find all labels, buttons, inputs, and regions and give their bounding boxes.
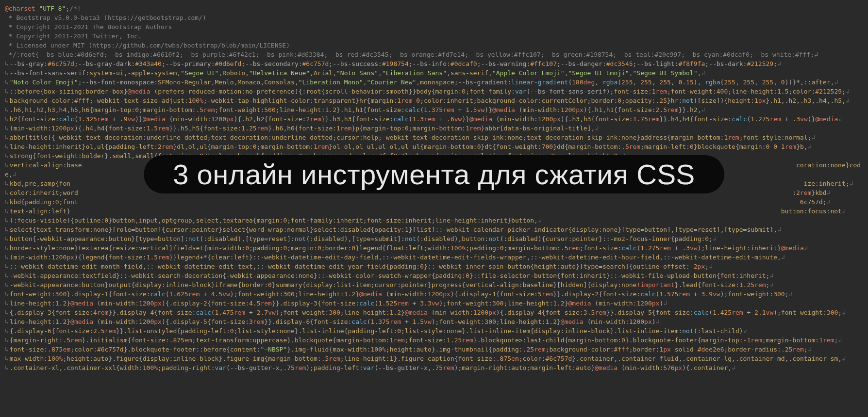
code-line: * Copyright 2011-2021 The Bootstrap Auth… (5, 22, 863, 32)
code-line: ↳-webkit-appearance:button}output{displa… (5, 280, 863, 289)
code-line: ↳line-height:inherit}ol,ul{padding-left:… (5, 142, 863, 151)
code-line: ↳(min-width:1200px){.h4,h4{font-size:1.5… (5, 124, 863, 133)
code-line: ↳{.display-6{font-size:2.5rem}}.list-uns… (5, 326, 863, 336)
code-line: ↳::before{box-sizing:border-box}@media (… (5, 87, 863, 96)
code-line: ↳button{-webkit-appearance:button}[type=… (5, 234, 863, 243)
code-line: ↳kbd{padding:0;font (5, 197, 863, 207)
code-line: ↳{.display-3{font-size:4rem}}.display-4{… (5, 308, 863, 317)
code-line: ↳(:focus-visible){outline:0}button,input… (5, 216, 863, 225)
code-line: ↳font-weight:300}.display-1{font-size:ca… (5, 289, 863, 299)
code-line: ↳border-style:none}textarea{resize:verti… (5, 243, 863, 253)
code-line: ↳--bs-font-sans-serif:system-ui,-apple-s… (5, 68, 863, 78)
title-banner: 3 онлайн инструмента для сжатия CSS (144, 155, 724, 193)
code-line: ↳abbr[title]{-webkit-text-decoration:und… (5, 133, 863, 142)
code-line: ↳::-webkit-datetime-edit-month-field,::-… (5, 262, 863, 271)
code-line: ↳--bs-gray:#6c757d;--bs-gray-dark:#343a4… (5, 59, 863, 68)
code-line: ↳.container-xl,.container-xxl{width:100%… (5, 363, 863, 372)
code-line: ↳select{text-transform:none}[role=button… (5, 225, 863, 234)
code-line: ↳(min-width:1200px){legend{font-size:1.5… (5, 253, 863, 262)
code-line: * Bootstrap v5.0.0-beta3 (https://getboo… (5, 13, 863, 22)
code-line: ↳"Noto Color Emoji";--bs-font-monospace:… (5, 78, 863, 87)
code-line: ↳{margin-right:.5rem}.initialism{font-si… (5, 336, 863, 345)
code-line: * Copyright 2011-2021 Twitter, Inc. (5, 32, 863, 41)
code-line: ↳max-width:100%;height:auto}.figure{disp… (5, 354, 863, 363)
code-line: ↳font-size:.875em;color:#6c757d}.blockqu… (5, 345, 863, 354)
code-line: * Licensed under MIT (https://github.com… (5, 41, 863, 50)
banner-text: 3 онлайн инструмента для сжатия CSS (173, 159, 695, 190)
code-line: @charset "UTF-8";/*! (5, 4, 863, 13)
code-line: ↳.h6,h1,h2,h3,h4,h5,h6{margin-top:0;marg… (5, 105, 863, 114)
code-line: ↳line-height:1.2}@media (min-width:1200p… (5, 299, 863, 308)
code-line: ↳background-color:#fff;-webkit-text-size… (5, 96, 863, 105)
code-line: ↳line-height:1.2}@media (min-width:1200p… (5, 317, 863, 326)
code-line: ↳-webkit-appearance:textfield}::-webkit-… (5, 271, 863, 280)
code-line: ↳text-align:left} (5, 207, 863, 216)
code-line: ↳h2{font-size:calc(1.325rem + .9vw)}@med… (5, 114, 863, 124)
code-line: */:root{--bs-blue:#0d6efd;--bs-indigo:#6… (5, 50, 863, 59)
